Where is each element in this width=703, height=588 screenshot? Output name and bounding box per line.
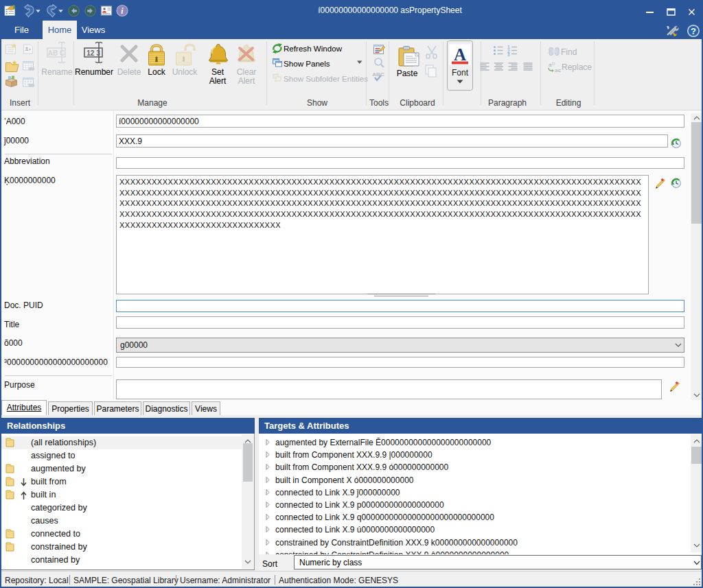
svg-text:?: ? <box>691 26 696 36</box>
svg-text:A: A <box>454 45 466 64</box>
svg-text:ABC: ABC <box>372 71 384 78</box>
svg-text:12 3: 12 3 <box>87 49 100 57</box>
svg-text:c: c <box>558 67 561 73</box>
svg-text:3: 3 <box>507 52 510 57</box>
svg-text:b: b <box>552 60 555 67</box>
svg-text:Font: Font <box>452 68 469 78</box>
